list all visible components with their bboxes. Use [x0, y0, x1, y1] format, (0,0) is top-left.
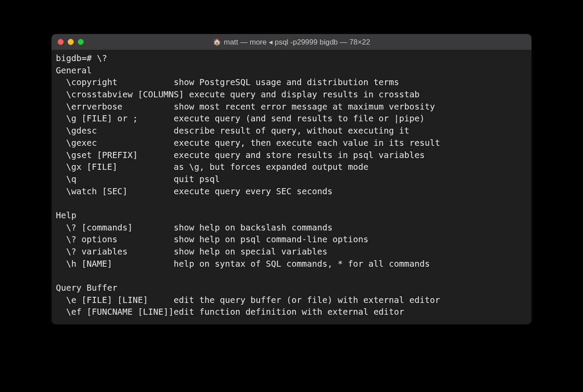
help-command: \gdesc	[56, 125, 174, 137]
traffic-lights	[58, 39, 84, 45]
help-command: \g [FILE] or ;	[56, 113, 174, 125]
help-command: \copyright	[56, 76, 174, 89]
prompt: bigdb=#	[56, 52, 97, 65]
help-command: \? variables	[56, 246, 174, 258]
help-line: \g [FILE] or ;execute query (and send re…	[56, 113, 527, 125]
window-title-text: matt — more ◂ psql -p29999 bigdb — 78×22	[224, 38, 370, 47]
help-command: \crosstabview [COLUMNS]	[56, 89, 189, 101]
help-description: show help on special variables	[174, 247, 327, 257]
terminal-body[interactable]: bigdb=# \?General\copyrightshow PostgreS…	[51, 50, 532, 324]
help-description: edit function definition with external e…	[174, 307, 404, 317]
section-header: Help	[56, 210, 527, 222]
help-line: \errverboseshow most recent error messag…	[56, 101, 527, 113]
help-line: \copyrightshow PostgreSQL usage and dist…	[56, 76, 527, 89]
blank-line	[56, 270, 527, 282]
help-line: \qquit psql	[56, 173, 527, 186]
help-command: \watch [SEC]	[56, 186, 174, 198]
help-description: execute query and store results in psql …	[174, 150, 425, 160]
help-line: \crosstabview [COLUMNS]execute query and…	[56, 89, 527, 101]
help-description: as \g, but forces expanded output mode	[174, 162, 368, 172]
help-command: \e [FILE] [LINE]	[56, 294, 174, 306]
help-description: execute query and display results in cro…	[189, 89, 419, 100]
help-line: \gset [PREFIX]execute query and store re…	[56, 149, 527, 162]
help-line: \gexecexecute query, then execute each v…	[56, 137, 527, 149]
close-button[interactable]	[58, 39, 64, 45]
help-line: \? variablesshow help on special variabl…	[56, 246, 527, 258]
help-line: \? optionsshow help on psql command-line…	[56, 234, 527, 246]
help-line: \h [NAME]help on syntax of SQL commands,…	[56, 258, 527, 270]
help-command: \q	[56, 173, 174, 186]
help-command: \errverbose	[56, 101, 174, 113]
help-command: \? [commands]	[56, 222, 174, 234]
help-description: show PostgreSQL usage and distribution t…	[174, 77, 399, 87]
home-icon: 🏠	[213, 38, 221, 46]
minimize-button[interactable]	[68, 39, 74, 45]
help-line: \ef [FUNCNAME [LINE]]edit function defin…	[56, 306, 527, 318]
help-description: execute query every SEC seconds	[174, 186, 333, 196]
help-line: \gx [FILE]as \g, but forces expanded out…	[56, 161, 527, 173]
help-command: \gx [FILE]	[56, 161, 174, 173]
help-line: \? [commands]show help on backslash comm…	[56, 222, 527, 234]
titlebar[interactable]: 🏠 matt — more ◂ psql -p29999 bigdb — 78×…	[51, 34, 532, 50]
help-command: \gexec	[56, 137, 174, 149]
section-header: Query Buffer	[56, 282, 527, 294]
prompt-line: bigdb=# \?	[56, 52, 527, 65]
help-line: \e [FILE] [LINE]edit the query buffer (o…	[56, 294, 527, 306]
help-line: \gdescdescribe result of query, without …	[56, 125, 527, 137]
help-description: show help on backslash commands	[174, 223, 333, 233]
typed-command: \?	[97, 52, 107, 65]
help-command: \h [NAME]	[56, 258, 174, 270]
help-command: \? options	[56, 234, 174, 246]
help-description: execute query (and send results to file …	[174, 113, 425, 124]
help-command: \ef [FUNCNAME [LINE]]	[56, 306, 174, 318]
blank-line	[56, 197, 527, 210]
help-description: show most recent error message at maximu…	[174, 102, 435, 112]
help-description: show help on psql command-line options	[174, 234, 368, 244]
terminal-window: 🏠 matt — more ◂ psql -p29999 bigdb — 78×…	[51, 34, 532, 324]
window-title: 🏠 matt — more ◂ psql -p29999 bigdb — 78×…	[51, 38, 532, 47]
zoom-button[interactable]	[78, 39, 84, 45]
help-description: edit the query buffer (or file) with ext…	[174, 295, 440, 305]
help-description: quit psql	[174, 174, 220, 184]
help-description: execute query, then execute each value i…	[174, 138, 440, 148]
help-description: describe result of query, without execut…	[174, 126, 409, 136]
help-description: help on syntax of SQL commands, * for al…	[174, 259, 430, 269]
help-line: \watch [SEC]execute query every SEC seco…	[56, 186, 527, 198]
section-header: General	[56, 65, 527, 77]
help-command: \gset [PREFIX]	[56, 149, 174, 162]
